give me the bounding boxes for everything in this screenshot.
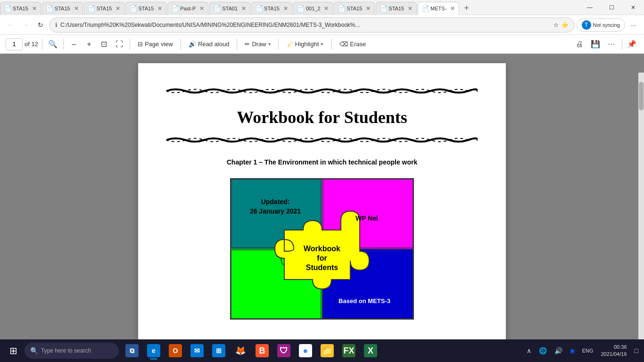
taskbar-app-edge[interactable]: e	[143, 340, 164, 361]
toolbar-separator-5	[237, 39, 237, 50]
print-button[interactable]: 🖨	[572, 37, 587, 52]
forward-button[interactable]: →	[19, 18, 32, 32]
main-content: Workbook for Students Chapter 1 – The En…	[0, 54, 644, 339]
puzzle-illustration: Updated: 26 January 2021 WP Nel Workbook…	[230, 178, 414, 320]
tab-label: STA15	[97, 6, 112, 11]
tab-label: METS-	[430, 6, 446, 11]
clock-date: 2021/04/16	[601, 351, 627, 358]
zoom-in-button[interactable]: +	[83, 38, 96, 51]
top-deco-line	[166, 87, 478, 95]
browser-menu-button[interactable]: ···	[627, 18, 640, 32]
tab-tab10[interactable]: 📄STA15✕	[376, 2, 417, 15]
more-tools-button[interactable]: ⋯	[604, 37, 619, 52]
tab-tab8[interactable]: 📄001_2✕	[293, 2, 333, 15]
svg-text:Updated:: Updated:	[261, 198, 290, 206]
draw-icon: ✏	[245, 41, 250, 48]
tab-tab3[interactable]: 📄STA15✕	[84, 2, 125, 15]
tab-close-button[interactable]: ✕	[116, 5, 120, 12]
refresh-button[interactable]: ↻	[34, 18, 47, 32]
profile-avatar: T	[582, 20, 591, 30]
tab-close-button[interactable]: ✕	[408, 5, 413, 12]
network-icon[interactable]: 🌐	[536, 345, 550, 356]
read-aloud-button[interactable]: 🔊 Read aloud	[185, 39, 233, 49]
language-label[interactable]: ENG	[579, 346, 596, 355]
toolbar-separator-1	[42, 39, 42, 50]
close-button[interactable]: ✕	[622, 0, 644, 15]
tab-close-button[interactable]: ✕	[324, 5, 329, 12]
taskbar-app-excel[interactable]: X	[360, 340, 381, 361]
minimize-button[interactable]: —	[579, 0, 601, 15]
tab-label: STA15	[388, 6, 404, 11]
fullscreen-button[interactable]: ⛶	[113, 38, 126, 51]
tab-close-button[interactable]: ✕	[283, 5, 288, 12]
erase-button[interactable]: ⌫ Erase	[336, 39, 370, 49]
tab-tab7[interactable]: 📄STA15✕	[251, 2, 292, 15]
notification-button[interactable]: □	[632, 345, 641, 356]
tab-label: Past-P	[180, 6, 196, 11]
taskbar-app-store[interactable]: ⊞	[208, 340, 229, 361]
fit-page-button[interactable]: ⊡	[98, 38, 111, 51]
maximize-button[interactable]: ☐	[601, 0, 622, 15]
show-hidden-icon[interactable]: ∧	[524, 345, 534, 356]
tab-close-button[interactable]: ✕	[74, 5, 79, 12]
tab-tab9[interactable]: 📄STA15✕	[334, 2, 375, 15]
profile-area[interactable]: T Not syncing	[577, 18, 625, 32]
tab-label: STA15	[138, 6, 154, 11]
toolbar-separator-8	[622, 39, 622, 50]
tab-label: STA15	[13, 6, 28, 11]
tab-tab1[interactable]: 📄STA15✕	[0, 2, 41, 15]
scrollbar-thumb[interactable]	[639, 82, 644, 110]
window-controls: — ☐ ✕	[579, 0, 644, 15]
dropbox-icon[interactable]: ▣	[567, 346, 578, 356]
taskbar-app-vpn[interactable]: 🛡	[273, 340, 294, 361]
search-button[interactable]: 🔍	[46, 38, 59, 51]
highlight-button[interactable]: 🖊 Highlight ▾	[282, 39, 328, 49]
clock-time: 00:36	[601, 344, 627, 351]
url-bar[interactable]: ℹ C:/Users/Triumph%20K%20Sekwati/Documen…	[49, 17, 575, 33]
vertical-scrollbar[interactable]	[638, 73, 644, 339]
files-icon: 📁	[321, 344, 334, 357]
tab-close-button[interactable]: ✕	[157, 5, 162, 12]
start-button[interactable]: ⊞	[3, 340, 24, 361]
highlight-label: Highlight	[295, 41, 319, 48]
tab-tab2[interactable]: 📄STA15✕	[42, 2, 83, 15]
taskbar-clock[interactable]: 00:36 2021/04/16	[598, 342, 629, 360]
tab-tab5[interactable]: 📄Past-P✕	[167, 2, 208, 15]
taskbar-app-taskview[interactable]: ⧉	[122, 340, 142, 361]
page-view-button[interactable]: ⊟ Page view	[134, 39, 177, 49]
draw-button[interactable]: ✏ Draw ▾	[241, 39, 274, 49]
zoom-out-button[interactable]: –	[67, 38, 81, 51]
taskbar-apps: ⧉eO✉⊞🦊B🛡●📁FXX	[122, 340, 381, 361]
tab-close-button[interactable]: ✕	[199, 5, 204, 12]
taskbar-app-fxpro[interactable]: FX	[339, 340, 359, 361]
page-view-label: Page view	[145, 41, 173, 48]
volume-icon[interactable]: 🔊	[552, 345, 565, 356]
new-tab-button[interactable]: +	[460, 2, 473, 15]
taskbar-app-office[interactable]: O	[165, 340, 186, 361]
tab-label: STA01	[222, 6, 238, 11]
page-number-input[interactable]	[6, 38, 23, 50]
read-aloud-icon: 🔊	[189, 41, 196, 48]
save-button[interactable]: 💾	[588, 37, 603, 52]
search-box[interactable]: 🔍 Type here to search	[25, 343, 119, 359]
taskbar-app-mail[interactable]: ✉	[187, 340, 207, 361]
taskbar-app-chrome[interactable]: ●	[295, 340, 316, 361]
taskbar-app-firefox[interactable]: 🦊	[230, 340, 251, 361]
tab-close-button[interactable]: ✕	[241, 5, 246, 12]
tab-label: 001_2	[306, 6, 321, 11]
tab-tab6[interactable]: 📄STA01✕	[209, 2, 250, 15]
pin-button[interactable]: 📌	[625, 38, 638, 51]
brave-icon: B	[256, 344, 269, 357]
taskbar-app-files[interactable]: 📁	[317, 340, 338, 361]
tab-close-button[interactable]: ✕	[450, 5, 455, 12]
edge-icon: e	[147, 344, 160, 357]
tab-close-button[interactable]: ✕	[32, 5, 37, 12]
profile-label: Not syncing	[593, 22, 620, 28]
tab-close-button[interactable]: ✕	[366, 5, 371, 12]
back-button[interactable]: ←	[4, 18, 17, 32]
tab-tab4[interactable]: 📄STA15✕	[125, 2, 166, 15]
taskbar-app-brave[interactable]: B	[252, 340, 272, 361]
tab-tab11[interactable]: 📄METS-✕	[418, 2, 459, 15]
tab-pdf-icon: 📄	[172, 5, 178, 12]
tab-pdf-icon: 📄	[88, 5, 95, 12]
